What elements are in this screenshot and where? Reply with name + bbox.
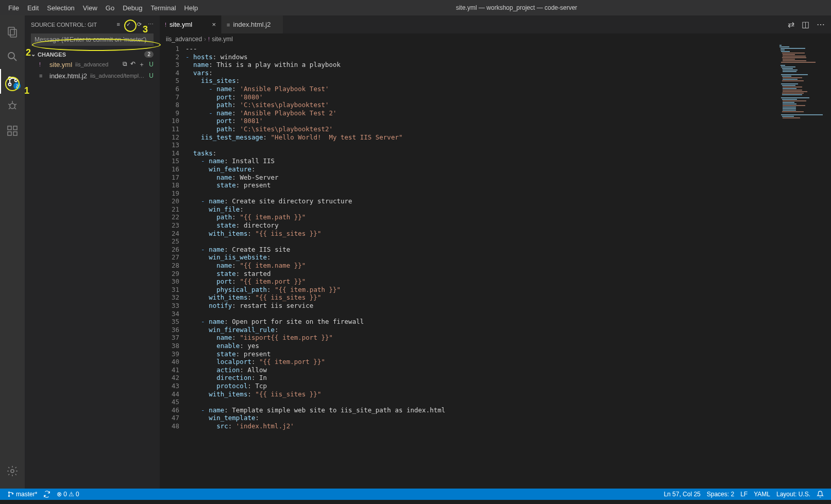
stage-changes-icon[interactable]: ＋ [139,60,145,69]
file-status: U [149,61,154,68]
editor-area: ! site.yml × ≡ index.html.j2 ⇄ ◫ ⋯ iis_a… [160,15,831,489]
search-icon[interactable] [0,44,25,69]
tab-indexhtmlj2[interactable]: ≡ index.html.j2 [222,15,283,33]
explorer-icon[interactable] [0,20,25,44]
svg-point-18 [8,492,9,493]
breadcrumb-file[interactable]: site.yml [212,36,233,43]
keyboard-layout[interactable]: Layout: U.S. [773,491,813,498]
sidebar-header: SOURCE CONTROL: GIT ≡ ✓ ⟳ ⋯ [25,15,160,33]
svg-point-17 [11,470,14,473]
sync-icon[interactable] [40,491,54,498]
menu-selection[interactable]: Selection [43,4,78,12]
tabs-bar: ! site.yml × ≡ index.html.j2 ⇄ ◫ ⋯ [160,15,831,33]
svg-rect-0 [8,27,14,35]
warning-count: 0 [76,491,79,498]
source-control-icon[interactable]: 2 [0,69,25,94]
code-editor[interactable]: 1234567891011121314151617181920212223242… [160,45,831,489]
tab-siteyml[interactable]: ! site.yml × [160,15,222,33]
scm-sidebar: SOURCE CONTROL: GIT ≡ ✓ ⟳ ⋯ ⌄ CHANGES 2 … [25,15,160,489]
file-name: site.yml [49,61,72,68]
breadcrumb-folder[interactable]: iis_advanced [166,36,202,43]
svg-rect-15 [13,132,17,135]
branch-name: master* [16,491,37,498]
discard-changes-icon[interactable]: ↶ [130,60,135,69]
close-icon[interactable]: × [212,21,216,28]
open-file-icon[interactable]: ⧉ [123,60,127,69]
svg-point-4 [9,77,11,80]
changes-section-header[interactable]: ⌄ CHANGES 2 [25,50,160,59]
scm-badge: 2 [13,82,21,90]
svg-line-9 [8,104,10,105]
svg-point-5 [9,83,11,86]
yaml-file-icon: ! [208,36,210,42]
sidebar-title: SOURCE CONTROL: GIT [31,22,117,28]
extensions-icon[interactable] [0,118,25,143]
svg-point-19 [8,495,9,496]
html-file-icon: ≡ [39,73,47,79]
view-as-tree-icon[interactable]: ≡ [117,21,120,28]
menu-view[interactable]: View [79,4,101,12]
menu-help[interactable]: Help [180,4,202,12]
svg-rect-13 [8,126,11,130]
problems[interactable]: ⊗0 ⚠0 [54,491,82,498]
svg-rect-14 [8,132,11,135]
svg-line-12 [14,108,16,109]
split-editor-icon[interactable]: ◫ [802,20,809,29]
settings-gear-icon[interactable] [0,459,25,483]
svg-line-3 [14,58,16,61]
changes-count-badge: 2 [144,51,154,58]
menu-go[interactable]: Go [101,4,118,12]
notifications-bell-icon[interactable] [813,491,827,498]
svg-rect-16 [13,126,17,130]
tab-label: index.html.j2 [233,21,278,28]
more-actions-icon[interactable]: ⋯ [148,21,154,28]
error-count: 0 [63,491,67,498]
menu-bar: File Edit Selection View Go Debug Termin… [0,4,202,12]
more-actions-icon[interactable]: ⋯ [817,20,825,29]
menu-edit[interactable]: Edit [23,4,43,12]
yaml-file-icon: ! [165,22,166,28]
git-branch[interactable]: master* [4,491,40,498]
svg-rect-1 [10,29,16,37]
menu-terminal[interactable]: Terminal [146,4,180,12]
refresh-icon[interactable]: ⟳ [137,21,142,28]
debug-icon[interactable] [0,94,25,118]
menu-debug[interactable]: Debug [118,4,146,12]
yaml-file-icon: ! [39,61,47,67]
error-icon: ⊗ [57,491,62,498]
statusbar: master* ⊗0 ⚠0 Ln 57, Col 25 Spaces: 2 LF… [0,489,831,500]
file-path: iis_advanced [75,61,123,67]
menu-file[interactable]: File [4,4,23,12]
window-title: site.yml — workshop_project — code-serve… [202,4,831,11]
svg-point-2 [8,53,14,59]
html-file-icon: ≡ [227,22,230,28]
eol[interactable]: LF [737,491,751,498]
commit-message-input[interactable] [31,33,154,46]
file-name: index.html.j2 [49,72,87,80]
activitybar: 2 [0,15,25,489]
changes-label: CHANGES [38,51,66,58]
indentation[interactable]: Spaces: 2 [704,491,737,498]
breadcrumb[interactable]: iis_advanced › ! site.yml [160,33,831,45]
language-mode[interactable]: YAML [751,491,773,498]
file-status: U [149,72,154,79]
changed-file-item[interactable]: ≡ index.html.j2 iis_advanced/templates U [25,70,160,81]
chevron-down-icon: ⌄ [31,51,36,58]
tab-label: site.yml [169,21,208,28]
svg-line-10 [14,104,16,105]
svg-line-11 [9,108,10,109]
warning-icon: ⚠ [69,491,74,498]
cursor-position[interactable]: Ln 57, Col 25 [660,491,703,498]
chevron-right-icon: › [204,36,206,43]
commit-checkmark-icon[interactable]: ✓ [126,21,131,28]
compare-icon[interactable]: ⇄ [788,20,794,29]
titlebar: File Edit Selection View Go Debug Termin… [0,0,831,15]
file-path: iis_advanced/templates [90,73,145,79]
changed-file-item[interactable]: ! site.yml iis_advanced ⧉ ↶ ＋ U [25,59,160,70]
